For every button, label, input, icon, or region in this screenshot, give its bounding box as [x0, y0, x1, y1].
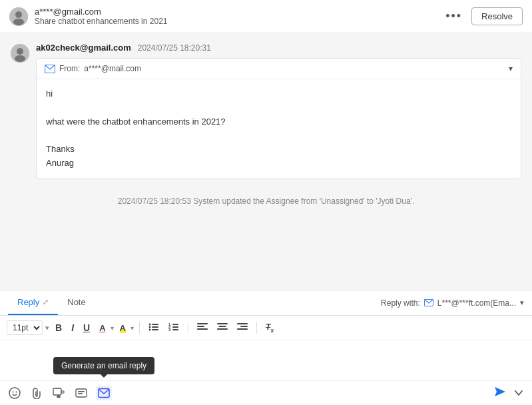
separator-1 — [139, 322, 140, 334]
numbered-list-button[interactable]: 1. 2. 3. — [165, 320, 182, 336]
message-sender: ak02check@gmail.com — [36, 43, 131, 53]
underline-button[interactable]: U — [80, 320, 93, 335]
resolve-button[interactable]: Resolve — [471, 7, 523, 25]
svg-rect-25 — [217, 328, 228, 330]
bottom-toolbar-right — [493, 386, 525, 401]
body-line1: hi — [46, 87, 511, 101]
svg-rect-20 — [197, 323, 208, 324]
svg-rect-13 — [152, 329, 158, 330]
font-color-chevron[interactable]: ▾ — [111, 324, 114, 332]
svg-rect-32 — [53, 388, 61, 395]
svg-point-2 — [13, 19, 24, 25]
reply-with-email: L***@***ft.com(Ema... — [437, 298, 516, 308]
svg-point-1 — [15, 11, 22, 18]
separator-2 — [188, 322, 188, 334]
font-color-group: A ▾ — [96, 321, 113, 335]
header-left: a****@gmail.com Share chatbot enhancemen… — [9, 7, 167, 26]
svg-point-12 — [148, 328, 150, 330]
numbered-list-icon: 1. 2. 3. — [168, 322, 179, 332]
svg-rect-26 — [237, 323, 248, 324]
email-editor[interactable] — [0, 340, 532, 380]
svg-rect-9 — [152, 324, 158, 325]
main-content-area: ak02check@gmail.com 2024/07/25 18:20:31 … — [0, 33, 532, 290]
bold-button[interactable]: B — [52, 320, 65, 335]
align-center-icon — [217, 322, 228, 331]
audio-icon — [75, 388, 87, 398]
header-right: ••• Resolve — [441, 7, 523, 25]
font-size-dropdown-arrow: ▾ — [45, 324, 49, 332]
reply-with-label: Reply with: — [381, 298, 420, 308]
align-right-icon — [237, 322, 248, 331]
message-content: ak02check@gmail.com 2024/07/25 18:20:31 … — [36, 43, 521, 179]
italic-button[interactable]: I — [68, 320, 77, 335]
audio-button[interactable] — [73, 386, 89, 400]
tab-reply[interactable]: Reply ⤢ — [8, 290, 58, 315]
svg-marker-40 — [495, 387, 505, 396]
email-from-bar: From: a****@mail.com ▾ — [37, 59, 521, 79]
svg-point-30 — [13, 392, 14, 393]
message-timestamp: 2024/07/25 18:20:31 — [138, 43, 211, 53]
attach-icon — [31, 387, 42, 399]
sender-avatar — [9, 7, 28, 26]
svg-rect-24 — [218, 326, 226, 327]
system-event-text: 2024/07/25 18:20:53 System updated the A… — [118, 197, 414, 206]
svg-rect-28 — [237, 328, 248, 330]
reply-with-email-icon — [424, 299, 433, 306]
expand-icon[interactable]: ⤢ — [43, 298, 49, 306]
reply-area: Reply ⤢ Note Reply with: L***@***ft.com(… — [0, 290, 532, 405]
svg-rect-38 — [78, 393, 83, 394]
bold-label: B — [55, 322, 62, 333]
font-size-select[interactable]: 11pt 12pt 14pt 16pt — [7, 320, 43, 335]
send-button[interactable] — [493, 386, 507, 401]
svg-rect-22 — [197, 328, 208, 330]
email-header: a****@gmail.com Share chatbot enhancemen… — [0, 0, 532, 33]
email-card: From: a****@mail.com ▾ hi what were the … — [36, 58, 521, 179]
ai-generate-button[interactable] — [96, 386, 112, 400]
svg-rect-27 — [240, 326, 248, 327]
font-color-label: A — [99, 323, 105, 333]
svg-rect-35 — [58, 395, 60, 396]
message-avatar — [11, 44, 29, 63]
tab-reply-label: Reply — [17, 297, 39, 307]
more-options-button[interactable]: ••• — [441, 8, 466, 25]
underline-label: U — [83, 322, 90, 333]
bullet-list-button[interactable] — [145, 320, 162, 336]
svg-rect-34 — [57, 396, 61, 398]
chevron-down-icon[interactable]: ▾ — [509, 64, 513, 73]
header-email-address: a****@gmail.com — [35, 7, 167, 17]
attach-file-button[interactable] — [29, 385, 44, 401]
svg-point-31 — [16, 392, 17, 393]
italic-label: I — [71, 322, 74, 333]
screen-capture-button[interactable] — [51, 386, 67, 400]
clear-format-button[interactable]: Tx — [262, 320, 277, 336]
send-more-button[interactable] — [512, 388, 525, 398]
body-line5: Thanks — [46, 143, 511, 157]
system-event: 2024/07/25 18:20:53 System updated the A… — [0, 186, 532, 216]
svg-rect-15 — [172, 324, 178, 325]
align-center-button[interactable] — [214, 320, 231, 335]
svg-rect-21 — [197, 326, 204, 327]
svg-rect-11 — [152, 326, 158, 328]
svg-point-5 — [15, 55, 25, 62]
highlight-button[interactable]: A — [117, 321, 129, 335]
bottom-toolbar — [0, 380, 532, 405]
emoji-button[interactable] — [7, 385, 23, 401]
body-line3: what were the chatbot enhancements in 20… — [46, 115, 511, 129]
send-icon — [493, 386, 507, 398]
highlight-chevron[interactable]: ▾ — [131, 324, 134, 332]
ai-email-icon — [98, 388, 110, 398]
email-icon — [45, 65, 55, 73]
svg-rect-19 — [172, 329, 178, 330]
reply-tabs: Reply ⤢ Note Reply with: L***@***ft.com(… — [0, 290, 532, 316]
align-right-button[interactable] — [234, 320, 251, 335]
message-meta: ak02check@gmail.com 2024/07/25 18:20:31 — [36, 43, 521, 53]
svg-point-29 — [9, 388, 20, 398]
reply-tabs-left: Reply ⤢ Note — [8, 290, 95, 315]
reply-with-chevron-icon[interactable]: ▾ — [520, 298, 524, 307]
align-left-icon — [197, 322, 208, 331]
align-left-button[interactable] — [194, 320, 211, 335]
tab-note[interactable]: Note — [58, 290, 95, 315]
font-color-button[interactable]: A — [96, 321, 109, 335]
svg-point-8 — [148, 323, 150, 325]
highlight-label: A — [120, 323, 126, 333]
